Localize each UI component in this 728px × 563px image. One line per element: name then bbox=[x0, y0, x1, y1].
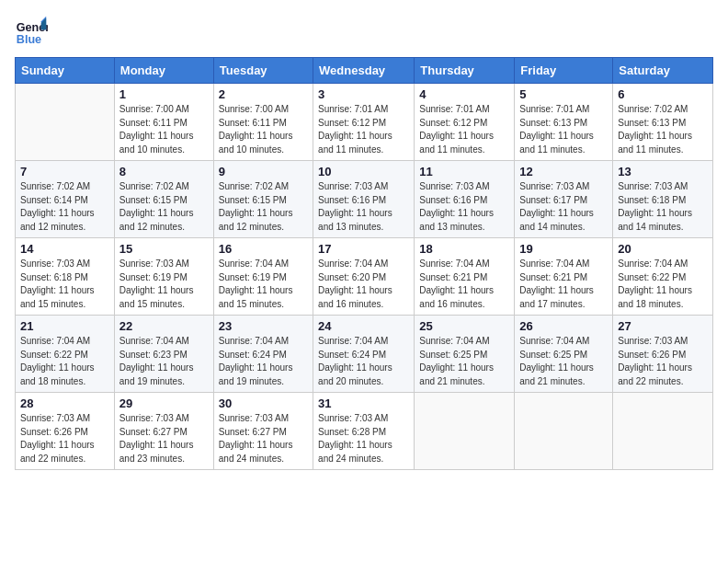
day-cell: 21Sunrise: 7:04 AMSunset: 6:22 PMDayligh… bbox=[16, 316, 115, 393]
day-info: Sunrise: 7:03 AMSunset: 6:26 PMDaylight:… bbox=[20, 412, 109, 465]
svg-text:Blue: Blue bbox=[17, 33, 41, 46]
day-info: Sunrise: 7:04 AMSunset: 6:22 PMDaylight:… bbox=[20, 335, 109, 388]
day-number: 10 bbox=[318, 165, 409, 178]
day-info: Sunrise: 7:03 AMSunset: 6:18 PMDaylight:… bbox=[20, 258, 109, 311]
column-header-thursday: Thursday bbox=[415, 58, 515, 84]
day-number: 4 bbox=[419, 87, 509, 101]
day-info: Sunrise: 7:04 AMSunset: 6:23 PMDaylight:… bbox=[119, 335, 209, 388]
day-number: 29 bbox=[119, 396, 209, 410]
day-cell: 1Sunrise: 7:00 AMSunset: 6:11 PMDaylight… bbox=[114, 84, 213, 161]
day-info: Sunrise: 7:04 AMSunset: 6:25 PMDaylight:… bbox=[519, 335, 608, 388]
day-info: Sunrise: 7:01 AMSunset: 6:13 PMDaylight:… bbox=[519, 103, 608, 156]
day-number: 28 bbox=[20, 396, 109, 410]
day-cell: 16Sunrise: 7:04 AMSunset: 6:19 PMDayligh… bbox=[213, 238, 313, 316]
day-cell: 13Sunrise: 7:03 AMSunset: 6:18 PMDayligh… bbox=[613, 161, 713, 238]
day-cell: 17Sunrise: 7:04 AMSunset: 6:20 PMDayligh… bbox=[313, 238, 415, 316]
day-info: Sunrise: 7:04 AMSunset: 6:24 PMDaylight:… bbox=[318, 335, 409, 388]
column-header-tuesday: Tuesday bbox=[213, 58, 313, 84]
day-number: 31 bbox=[318, 396, 409, 410]
day-info: Sunrise: 7:04 AMSunset: 6:24 PMDaylight:… bbox=[219, 335, 308, 388]
day-cell: 26Sunrise: 7:04 AMSunset: 6:25 PMDayligh… bbox=[515, 316, 613, 393]
day-number: 15 bbox=[119, 242, 209, 256]
day-cell: 25Sunrise: 7:04 AMSunset: 6:25 PMDayligh… bbox=[415, 316, 515, 393]
day-cell: 23Sunrise: 7:04 AMSunset: 6:24 PMDayligh… bbox=[213, 316, 313, 393]
day-info: Sunrise: 7:02 AMSunset: 6:15 PMDaylight:… bbox=[119, 180, 209, 234]
day-number: 3 bbox=[318, 87, 409, 101]
day-cell: 7Sunrise: 7:02 AMSunset: 6:14 PMDaylight… bbox=[16, 161, 115, 238]
day-number: 9 bbox=[219, 165, 308, 178]
day-cell: 10Sunrise: 7:03 AMSunset: 6:16 PMDayligh… bbox=[313, 161, 415, 238]
day-cell: 5Sunrise: 7:01 AMSunset: 6:13 PMDaylight… bbox=[515, 84, 613, 161]
day-cell: 9Sunrise: 7:02 AMSunset: 6:15 PMDaylight… bbox=[213, 161, 313, 238]
day-cell: 2Sunrise: 7:00 AMSunset: 6:11 PMDaylight… bbox=[213, 84, 313, 161]
day-cell bbox=[16, 84, 115, 161]
day-info: Sunrise: 7:03 AMSunset: 6:16 PMDaylight:… bbox=[318, 180, 409, 234]
day-number: 30 bbox=[219, 396, 308, 410]
day-info: Sunrise: 7:03 AMSunset: 6:26 PMDaylight:… bbox=[618, 335, 708, 388]
day-cell: 8Sunrise: 7:02 AMSunset: 6:15 PMDaylight… bbox=[114, 161, 213, 238]
day-cell: 24Sunrise: 7:04 AMSunset: 6:24 PMDayligh… bbox=[313, 316, 415, 393]
day-cell: 14Sunrise: 7:03 AMSunset: 6:18 PMDayligh… bbox=[16, 238, 115, 316]
day-info: Sunrise: 7:04 AMSunset: 6:21 PMDaylight:… bbox=[519, 258, 608, 311]
day-cell: 30Sunrise: 7:03 AMSunset: 6:27 PMDayligh… bbox=[213, 393, 313, 470]
day-number: 19 bbox=[519, 242, 608, 256]
day-info: Sunrise: 7:04 AMSunset: 6:21 PMDaylight:… bbox=[419, 258, 509, 311]
day-cell bbox=[415, 393, 515, 470]
day-cell: 28Sunrise: 7:03 AMSunset: 6:26 PMDayligh… bbox=[16, 393, 115, 470]
day-cell: 3Sunrise: 7:01 AMSunset: 6:12 PMDaylight… bbox=[313, 84, 415, 161]
day-number: 26 bbox=[519, 319, 608, 333]
day-info: Sunrise: 7:04 AMSunset: 6:22 PMDaylight:… bbox=[618, 258, 708, 311]
day-number: 27 bbox=[618, 319, 708, 333]
day-info: Sunrise: 7:00 AMSunset: 6:11 PMDaylight:… bbox=[219, 103, 308, 156]
day-cell: 6Sunrise: 7:02 AMSunset: 6:13 PMDaylight… bbox=[613, 84, 713, 161]
day-info: Sunrise: 7:03 AMSunset: 6:16 PMDaylight:… bbox=[419, 180, 509, 234]
day-number: 1 bbox=[119, 87, 209, 101]
day-number: 22 bbox=[119, 319, 209, 333]
day-cell: 31Sunrise: 7:03 AMSunset: 6:28 PMDayligh… bbox=[313, 393, 415, 470]
day-cell: 20Sunrise: 7:04 AMSunset: 6:22 PMDayligh… bbox=[613, 238, 713, 316]
day-number: 8 bbox=[119, 165, 209, 178]
column-header-friday: Friday bbox=[515, 58, 613, 84]
day-number: 21 bbox=[20, 319, 109, 333]
day-info: Sunrise: 7:00 AMSunset: 6:11 PMDaylight:… bbox=[119, 103, 209, 156]
day-number: 17 bbox=[318, 242, 409, 256]
day-number: 16 bbox=[219, 242, 308, 256]
day-number: 12 bbox=[519, 165, 608, 178]
day-info: Sunrise: 7:03 AMSunset: 6:18 PMDaylight:… bbox=[618, 180, 708, 234]
day-cell: 18Sunrise: 7:04 AMSunset: 6:21 PMDayligh… bbox=[415, 238, 515, 316]
day-cell: 22Sunrise: 7:04 AMSunset: 6:23 PMDayligh… bbox=[114, 316, 213, 393]
day-number: 23 bbox=[219, 319, 308, 333]
week-row-2: 7Sunrise: 7:02 AMSunset: 6:14 PMDaylight… bbox=[16, 161, 713, 238]
day-number: 13 bbox=[618, 165, 708, 178]
day-cell: 27Sunrise: 7:03 AMSunset: 6:26 PMDayligh… bbox=[613, 316, 713, 393]
day-info: Sunrise: 7:02 AMSunset: 6:14 PMDaylight:… bbox=[20, 180, 109, 234]
column-header-monday: Monday bbox=[114, 58, 213, 84]
day-info: Sunrise: 7:01 AMSunset: 6:12 PMDaylight:… bbox=[419, 103, 509, 156]
day-cell: 19Sunrise: 7:04 AMSunset: 6:21 PMDayligh… bbox=[515, 238, 613, 316]
logo: General Blue bbox=[15, 15, 51, 48]
day-number: 14 bbox=[20, 242, 109, 256]
day-number: 7 bbox=[20, 165, 109, 178]
day-number: 2 bbox=[219, 87, 308, 101]
day-info: Sunrise: 7:02 AMSunset: 6:15 PMDaylight:… bbox=[219, 180, 308, 234]
week-row-4: 21Sunrise: 7:04 AMSunset: 6:22 PMDayligh… bbox=[16, 316, 713, 393]
day-number: 20 bbox=[618, 242, 708, 256]
day-cell: 15Sunrise: 7:03 AMSunset: 6:19 PMDayligh… bbox=[114, 238, 213, 316]
day-cell: 29Sunrise: 7:03 AMSunset: 6:27 PMDayligh… bbox=[114, 393, 213, 470]
logo-icon: General Blue bbox=[15, 15, 48, 48]
day-info: Sunrise: 7:04 AMSunset: 6:19 PMDaylight:… bbox=[219, 258, 308, 311]
day-info: Sunrise: 7:03 AMSunset: 6:27 PMDaylight:… bbox=[119, 412, 209, 465]
day-number: 11 bbox=[419, 165, 509, 178]
day-info: Sunrise: 7:02 AMSunset: 6:13 PMDaylight:… bbox=[618, 103, 708, 156]
day-cell: 4Sunrise: 7:01 AMSunset: 6:12 PMDaylight… bbox=[415, 84, 515, 161]
day-number: 24 bbox=[318, 319, 409, 333]
day-cell: 12Sunrise: 7:03 AMSunset: 6:17 PMDayligh… bbox=[515, 161, 613, 238]
column-header-sunday: Sunday bbox=[16, 58, 115, 84]
week-row-5: 28Sunrise: 7:03 AMSunset: 6:26 PMDayligh… bbox=[16, 393, 713, 470]
calendar-table: SundayMondayTuesdayWednesdayThursdayFrid… bbox=[15, 57, 713, 470]
week-row-1: 1Sunrise: 7:00 AMSunset: 6:11 PMDaylight… bbox=[16, 84, 713, 161]
day-info: Sunrise: 7:03 AMSunset: 6:28 PMDaylight:… bbox=[318, 412, 409, 465]
day-number: 18 bbox=[419, 242, 509, 256]
day-info: Sunrise: 7:04 AMSunset: 6:25 PMDaylight:… bbox=[419, 335, 509, 388]
day-info: Sunrise: 7:01 AMSunset: 6:12 PMDaylight:… bbox=[318, 103, 409, 156]
